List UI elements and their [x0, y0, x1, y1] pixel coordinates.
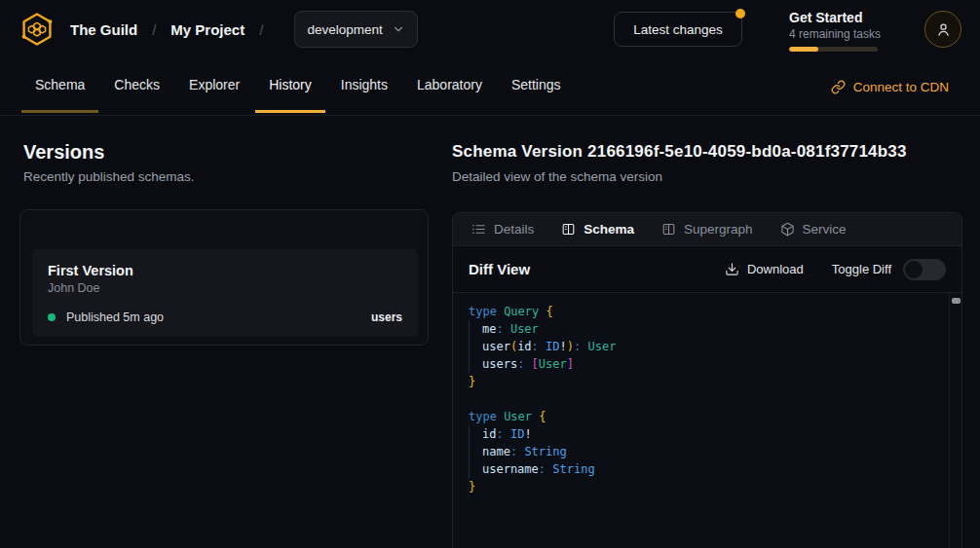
breadcrumb: The Guild / My Project / development — [19, 0, 418, 58]
breadcrumb-separator: / — [152, 21, 156, 38]
app-header: The Guild / My Project / development Lat… — [0, 0, 980, 58]
columns-icon — [561, 222, 576, 237]
nav-tab-schema[interactable]: Schema — [21, 58, 98, 113]
toggle-diff-label: Toggle Diff — [832, 262, 891, 276]
published-status-text: Published 5m ago — [66, 311, 164, 324]
columns-icon — [661, 222, 676, 237]
nav-tab-settings[interactable]: Settings — [498, 58, 575, 113]
tab-details[interactable]: Details — [471, 222, 534, 237]
connect-to-cdn-link[interactable]: Connect to CDN — [831, 58, 949, 116]
tab-schema-label: Schema — [584, 222, 634, 237]
schema-version-subtitle: Detailed view of the schema version — [452, 169, 662, 184]
breadcrumb-separator: / — [259, 21, 263, 38]
hive-logo-icon[interactable] — [19, 12, 55, 47]
tab-service[interactable]: Service — [780, 222, 847, 237]
notification-dot — [735, 9, 745, 18]
code-block: type Query {me: Useruser(id: ID!): Useru… — [453, 293, 961, 505]
get-started-progress — [789, 47, 878, 52]
app-root: The Guild / My Project / development Lat… — [0, 0, 980, 548]
latest-changes-label: Latest changes — [633, 22, 723, 37]
get-started-title: Get Started — [789, 9, 886, 26]
nav-tab-insights[interactable]: Insights — [327, 58, 401, 113]
diff-view-title: Diff View — [469, 261, 530, 277]
nav-tab-explorer[interactable]: Explorer — [175, 58, 253, 113]
schema-version-title: Schema Version 2166196f-5e10-4059-bd0a-0… — [452, 142, 907, 162]
tab-supergraph-label: Supergraph — [684, 222, 753, 237]
cube-icon — [780, 222, 795, 237]
breadcrumb-project[interactable]: My Project — [170, 21, 245, 38]
schema-code-viewer: type Query {me: Useruser(id: ID!): Useru… — [453, 293, 961, 548]
target-selector-dropdown[interactable]: development — [294, 11, 418, 48]
get-started-widget[interactable]: Get Started 4 remaining tasks — [789, 9, 886, 52]
versions-subtitle: Recently published schemas. — [23, 169, 195, 184]
tab-details-label: Details — [494, 222, 534, 237]
versions-list-card: First Version John Doe Published 5m ago … — [19, 209, 429, 346]
toggle-knob — [905, 261, 923, 278]
person-icon — [935, 21, 952, 38]
versions-title: Versions — [23, 141, 104, 164]
service-name-badge: users — [371, 311, 402, 324]
download-button[interactable]: Download — [725, 262, 804, 276]
progress-fill — [789, 47, 818, 52]
download-label: Download — [747, 262, 804, 276]
published-status-dot — [48, 313, 56, 321]
nav-tab-checks[interactable]: Checks — [100, 58, 173, 113]
download-icon — [725, 262, 739, 276]
nav-tab-history[interactable]: History — [255, 58, 325, 113]
user-menu-button[interactable] — [924, 11, 961, 48]
latest-changes-button[interactable]: Latest changes — [614, 12, 742, 47]
connect-to-cdn-label: Connect to CDN — [853, 80, 949, 94]
nav-tab-laboratory[interactable]: Laboratory — [403, 58, 496, 113]
list-icon — [471, 222, 486, 237]
tab-service-label: Service — [803, 222, 847, 237]
version-name: First Version — [48, 262, 402, 280]
code-scrollbar-thumb[interactable] — [952, 298, 961, 304]
target-nav: Schema Checks Explorer History Insights … — [0, 58, 980, 116]
version-detail-tabs: Details Schema Supergraph — [453, 213, 961, 246]
get-started-subtitle: 4 remaining tasks — [789, 26, 886, 42]
code-scrollbar — [949, 293, 961, 548]
version-list-item[interactable]: First Version John Doe Published 5m ago … — [32, 249, 418, 337]
chevron-down-icon — [392, 22, 405, 36]
breadcrumb-org[interactable]: The Guild — [70, 21, 137, 38]
diff-view-header: Diff View Download Toggle Diff — [453, 246, 961, 293]
toggle-diff-switch[interactable] — [903, 259, 946, 280]
version-status-row: Published 5m ago users — [48, 311, 402, 324]
diff-view-controls: Download Toggle Diff — [725, 259, 946, 280]
schema-version-panel: Details Schema Supergraph — [452, 212, 962, 548]
tab-schema[interactable]: Schema — [561, 222, 634, 237]
link-icon — [831, 80, 846, 94]
nav-tabs: Schema Checks Explorer History Insights … — [21, 58, 575, 116]
target-selector-value: development — [307, 22, 382, 37]
version-author: John Doe — [48, 280, 402, 297]
tab-supergraph[interactable]: Supergraph — [661, 222, 753, 237]
